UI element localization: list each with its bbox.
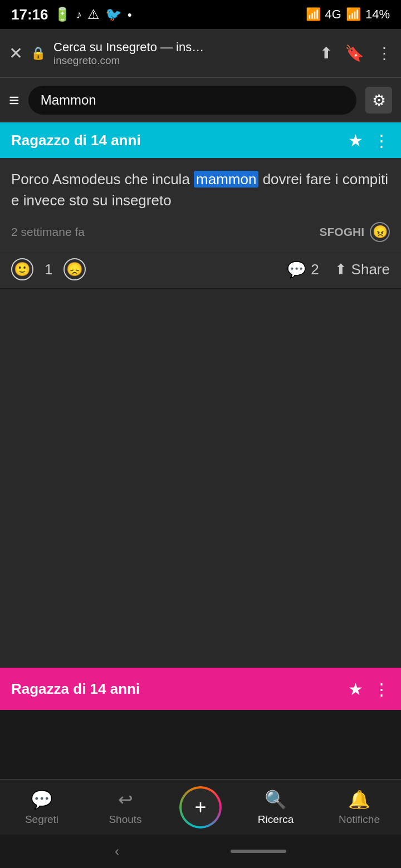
tiktok-icon: ♪ — [76, 8, 82, 21]
android-back-icon[interactable]: ‹ — [115, 844, 119, 859]
bookmark-icon[interactable]: 🔖 — [345, 44, 364, 62]
close-tab-icon[interactable]: ✕ — [9, 43, 23, 63]
comment-count: 2 — [311, 261, 319, 278]
happy-reaction-icon[interactable]: 🙂 — [11, 258, 33, 280]
app-icon: 🐦 — [105, 7, 122, 22]
status-time: 17:16 — [11, 6, 48, 23]
nav-add[interactable]: + — [167, 786, 234, 828]
card1-more-icon[interactable]: ⋮ — [373, 131, 390, 150]
card1-category: SFOGHI 😠 — [319, 222, 390, 242]
bottom-nav: 💬 Segreti ↩ Shouts + 🔍 Ricerca 🔔 Notific… — [0, 779, 401, 835]
card1-text: Porco Asmodeus che incula mammon dovrei … — [11, 169, 390, 211]
signal-label: 4G — [325, 7, 341, 22]
status-right: 📶 4G 📶 14% — [306, 7, 390, 22]
nav-ricerca-label: Ricerca — [258, 813, 294, 826]
card1-action-right: 💬 2 ⬆ Share — [287, 260, 390, 279]
segreti-icon: 💬 — [31, 789, 53, 810]
comment-button[interactable]: 💬 2 — [287, 260, 319, 279]
filter-icon[interactable]: ⚙ — [365, 87, 392, 114]
notification-icon: 🔔 — [348, 789, 370, 810]
status-left: 17:16 🔋 ♪ ⚠ 🐦 ● — [11, 6, 132, 23]
search-query: Mammon — [41, 92, 96, 108]
card1-header-right: ★ ⋮ — [348, 131, 390, 150]
more-browser-icon[interactable]: ⋮ — [376, 44, 392, 62]
share-action-icon: ⬆ — [335, 261, 347, 278]
card1-header: Ragazzo di 14 anni ★ ⋮ — [0, 122, 401, 158]
search-box[interactable]: Mammon — [28, 86, 356, 115]
nav-notifiche-label: Notifiche — [339, 813, 380, 826]
post-card-1: Ragazzo di 14 anni ★ ⋮ Porco Asmodeus ch… — [0, 122, 401, 289]
nav-shouts[interactable]: ↩ Shouts — [84, 789, 167, 826]
page-domain: insegreto.com — [53, 55, 312, 67]
empty-content-area — [0, 289, 401, 668]
lock-icon: 🔒 — [31, 46, 46, 61]
hamburger-menu-icon[interactable]: ≡ — [9, 90, 19, 111]
nav-segreti[interactable]: 💬 Segreti — [0, 789, 84, 826]
android-home-indicator — [231, 850, 286, 853]
card1-meta: 2 settimane fa SFOGHI 😠 — [0, 216, 401, 250]
card1-highlight: mammon — [194, 171, 258, 188]
share-button[interactable]: ⬆ Share — [335, 260, 390, 279]
card1-category-label: SFOGHI — [319, 225, 364, 239]
plus-icon: + — [194, 796, 206, 819]
angry-face-icon: 😠 — [370, 222, 390, 242]
card1-body: Porco Asmodeus che incula mammon dovrei … — [0, 158, 401, 211]
shouts-icon: ↩ — [118, 789, 133, 810]
card1-star-icon[interactable]: ★ — [348, 131, 363, 150]
card1-time: 2 settimane fa — [11, 225, 85, 239]
card2-header-right: ★ ⋮ — [348, 679, 390, 699]
card2-star-icon[interactable]: ★ — [348, 679, 363, 699]
share-browser-icon[interactable]: ⬆ — [320, 44, 332, 62]
add-button-inner: + — [182, 788, 219, 826]
card2-more-icon[interactable]: ⋮ — [373, 679, 390, 699]
comment-icon: 💬 — [287, 260, 306, 279]
alert-icon: ⚠ — [87, 7, 100, 22]
nav-segreti-label: Segreti — [25, 813, 58, 826]
search-nav-icon: 🔍 — [265, 789, 287, 810]
card2-tag: Ragazza di 14 anni — [11, 680, 140, 698]
share-label: Share — [351, 261, 390, 278]
wifi-icon: 📶 — [306, 7, 321, 22]
card2-header: Ragazza di 14 anni ★ ⋮ — [0, 668, 401, 710]
status-bar: 17:16 🔋 ♪ ⚠ 🐦 ● 📶 4G 📶 14% — [0, 0, 401, 29]
sad-reaction-icon[interactable]: 😞 — [63, 258, 86, 280]
nav-shouts-label: Shouts — [109, 813, 141, 826]
card1-tag: Ragazzo di 14 anni — [11, 132, 141, 149]
url-area[interactable]: Cerca su Insegreto — ins… insegreto.com — [53, 40, 312, 67]
battery-label: 14% — [365, 7, 390, 22]
page-title: Cerca su Insegreto — ins… — [53, 40, 312, 55]
dot-icon: ● — [128, 10, 132, 19]
android-nav-bar: ‹ — [0, 835, 401, 868]
battery-icon: 🔋 — [54, 7, 71, 22]
reaction-count: 1 — [45, 261, 52, 278]
card1-text-before: Porco Asmodeus che incula — [11, 171, 194, 188]
browser-actions: ⬆ 🔖 ⋮ — [320, 44, 392, 62]
app-header: ≡ Mammon ⚙ — [0, 78, 401, 122]
add-button[interactable]: + — [179, 786, 222, 828]
browser-bar: ✕ 🔒 Cerca su Insegreto — ins… insegreto.… — [0, 29, 401, 78]
nav-notifiche[interactable]: 🔔 Notifiche — [317, 789, 401, 826]
nav-ricerca[interactable]: 🔍 Ricerca — [234, 789, 317, 826]
cellular-icon: 📶 — [346, 7, 361, 22]
card1-actions: 🙂 1 😞 💬 2 ⬆ Share — [0, 250, 401, 288]
